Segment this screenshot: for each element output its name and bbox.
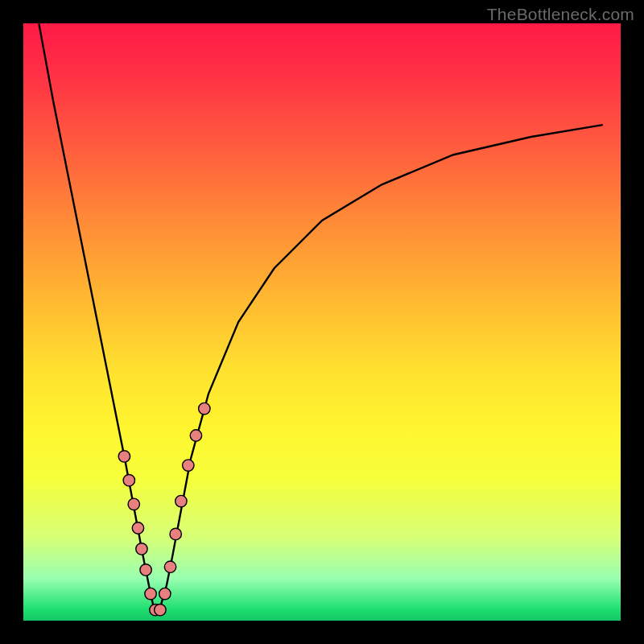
marker-point <box>190 430 201 441</box>
marker-point <box>164 561 175 572</box>
marker-point <box>183 460 194 471</box>
marker-group <box>118 402 210 615</box>
watermark-label: TheBottleneck.com <box>487 5 634 24</box>
marker-point <box>199 402 210 414</box>
marker-point <box>128 498 139 510</box>
marker-point <box>118 451 130 462</box>
marker-point <box>155 604 166 615</box>
marker-point <box>170 528 181 539</box>
marker-point <box>136 543 147 555</box>
marker-point <box>159 588 171 599</box>
marker-point <box>132 522 143 534</box>
chart-frame: TheBottleneck.com <box>0 0 644 644</box>
marker-point <box>145 588 156 599</box>
bottleneck-curve <box>39 23 602 610</box>
chart-overlay <box>23 23 621 621</box>
plot-area <box>23 23 621 621</box>
marker-point <box>123 474 134 485</box>
marker-point <box>140 564 151 576</box>
marker-point <box>175 495 187 506</box>
